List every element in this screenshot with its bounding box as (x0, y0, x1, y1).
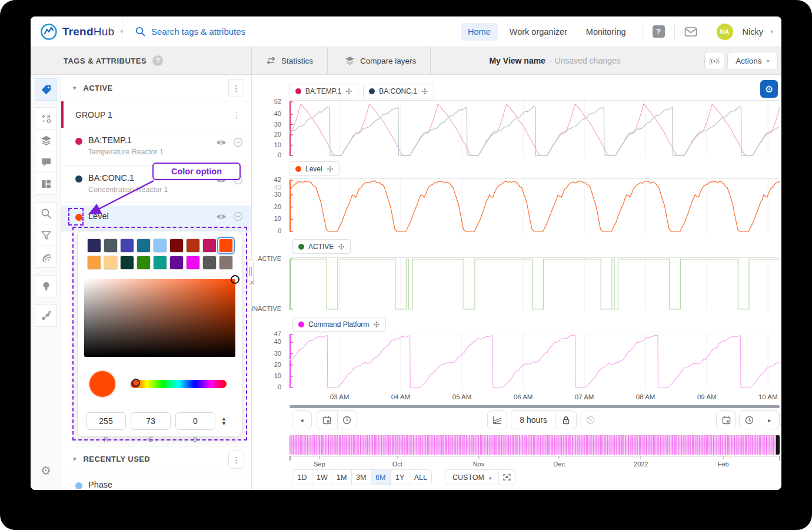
legend-dot (369, 88, 375, 94)
overview-month-axis: SepOctNovDec2022Feb (289, 456, 780, 469)
tab-compare-layers[interactable]: Compare layers (331, 47, 431, 74)
rail-filter-button[interactable] (35, 224, 57, 246)
month-tick (559, 456, 560, 459)
help-icon[interactable]: ? (653, 25, 665, 38)
preset-1m[interactable]: 1M (332, 470, 351, 485)
section-recent-header[interactable]: ▾ RECENTLY USED ⋮ (61, 446, 251, 472)
rail-comments-button[interactable] (35, 151, 57, 173)
group-menu-icon[interactable]: ⋮ (232, 110, 241, 120)
preset-1y[interactable]: 1Y (390, 470, 410, 485)
rail-settings-button[interactable]: ⚙ (35, 459, 57, 482)
preset-1w[interactable]: 1W (312, 470, 332, 485)
visibility-eye-icon[interactable] (216, 139, 227, 146)
rail-calculations-button[interactable] (35, 107, 57, 130)
search-input[interactable]: Search tags & attributes (122, 26, 245, 37)
nav-monitoring[interactable]: Monitoring (579, 23, 633, 41)
section-active-header[interactable]: ▾ ACTIVE ⋮ (61, 75, 251, 101)
legend-chip-ba-conc-1[interactable]: BA:CONC.1 (363, 84, 434, 98)
mail-icon[interactable] (684, 26, 697, 37)
rail-context-items-button[interactable] (35, 304, 57, 327)
remove-minus-icon[interactable] (233, 211, 243, 221)
tag-name: Phase (88, 480, 243, 489)
chevron-down-icon[interactable]: ▾ (73, 455, 76, 463)
user-avatar[interactable]: NA (717, 24, 733, 40)
history-refresh-button[interactable] (580, 410, 600, 429)
trendhub-logo-icon (40, 23, 58, 41)
chart-plot[interactable] (289, 333, 780, 389)
tag-color-dot[interactable] (75, 175, 82, 183)
nav-work-organizer[interactable]: Work organizer (502, 23, 574, 41)
remove-minus-icon[interactable] (233, 137, 243, 147)
actions-button[interactable]: Actions ▾ (727, 52, 778, 70)
rail-fingerprint-button[interactable] (35, 246, 57, 268)
preset-all[interactable]: ALL (410, 470, 431, 485)
overview-timeline-strip[interactable] (289, 435, 780, 455)
end-time-button[interactable] (740, 411, 760, 429)
tag-row-ba-temp-1[interactable]: BA:TEMP.1 Temperature Reactor 1 (61, 128, 251, 166)
pan-right-button[interactable]: ▸ (760, 411, 780, 429)
calculation-icon (41, 113, 52, 124)
pan-left-button[interactable]: ◂ (292, 410, 312, 429)
rail-dashboard-button[interactable] (35, 173, 57, 195)
tab-statistics[interactable]: Statistics (252, 47, 328, 74)
chart-plot[interactable] (289, 178, 780, 233)
legend-chip-active[interactable]: ACTIVE (292, 239, 351, 254)
panel-close-icon[interactable]: ✕ (248, 279, 256, 287)
panel-help-icon[interactable]: ? (152, 55, 163, 66)
chart-plot[interactable] (289, 257, 780, 311)
rail-tags-button[interactable] (35, 78, 57, 101)
view-name: My View name (489, 56, 545, 65)
lock-duration-button[interactable] (555, 411, 576, 429)
chart-plot[interactable] (289, 100, 780, 157)
tag-color-dot[interactable] (75, 138, 82, 145)
group-row[interactable]: GROUP 1 ⋮ (61, 101, 251, 128)
legend-chip-command-platform[interactable]: Command Platform (292, 317, 386, 332)
tag-row-phase[interactable]: Phase (61, 473, 251, 490)
legend-chip-ba-temp-1[interactable]: BA:TEMP.1 (289, 84, 358, 98)
section-recent-menu-button[interactable]: ⋮ (228, 450, 244, 469)
move-icon[interactable] (421, 88, 428, 95)
rail-recommendations-button[interactable] (35, 275, 57, 297)
legend-dot (298, 244, 304, 250)
section-active-menu-button[interactable]: ⋮ (228, 79, 244, 97)
preset-1d[interactable]: 1D (292, 470, 312, 485)
user-name: Nicky (743, 27, 763, 37)
rail-search-button[interactable] (35, 202, 57, 224)
nav-home[interactable]: Home (461, 23, 498, 41)
duration-button[interactable]: 8 hours (511, 411, 555, 429)
time-axis-scrollbar[interactable] (289, 405, 780, 408)
y-tick-label: 30 (274, 191, 281, 198)
fit-range-button[interactable] (498, 470, 515, 485)
rail-layers-button[interactable] (35, 129, 57, 151)
view-title: My View name - Unsaved changes (431, 47, 678, 74)
tag-color-dot[interactable] (75, 482, 82, 489)
month-tick (723, 456, 724, 459)
preset-6m[interactable]: 6M (371, 470, 390, 485)
live-mode-button[interactable] (704, 52, 724, 70)
overview-selection-handle[interactable] (776, 435, 780, 455)
start-time-button[interactable] (337, 411, 357, 429)
start-calendar-button[interactable] (317, 411, 337, 429)
end-calendar-button[interactable] (716, 410, 736, 429)
x-tick-label: 09 AM (697, 393, 717, 400)
app-logo[interactable]: TrendHub ▾ (31, 23, 122, 41)
move-icon[interactable] (327, 165, 334, 173)
search-icon (135, 26, 145, 37)
history-icon (586, 416, 595, 425)
trend-mode-button[interactable] (487, 410, 507, 429)
annotation-label: Color option (171, 167, 222, 176)
legend-label: ACTIVE (308, 243, 334, 251)
chevron-down-icon[interactable]: ▾ (73, 84, 76, 92)
move-icon[interactable] (373, 321, 380, 328)
visibility-eye-icon[interactable] (216, 213, 227, 220)
preset-3m[interactable]: 3M (351, 470, 371, 485)
y-tick-label: 42 (274, 176, 281, 183)
move-icon[interactable] (338, 243, 345, 250)
legend-label: Command Platform (308, 320, 369, 329)
user-menu-chevron-icon[interactable]: ▾ (770, 28, 773, 35)
move-icon[interactable] (345, 88, 352, 95)
y-tick-label: 20 (274, 361, 281, 368)
layers-icon (41, 135, 52, 146)
legend-chip-level[interactable]: Level (289, 161, 340, 176)
custom-range-button[interactable]: CUSTOM ▴ (445, 470, 498, 485)
